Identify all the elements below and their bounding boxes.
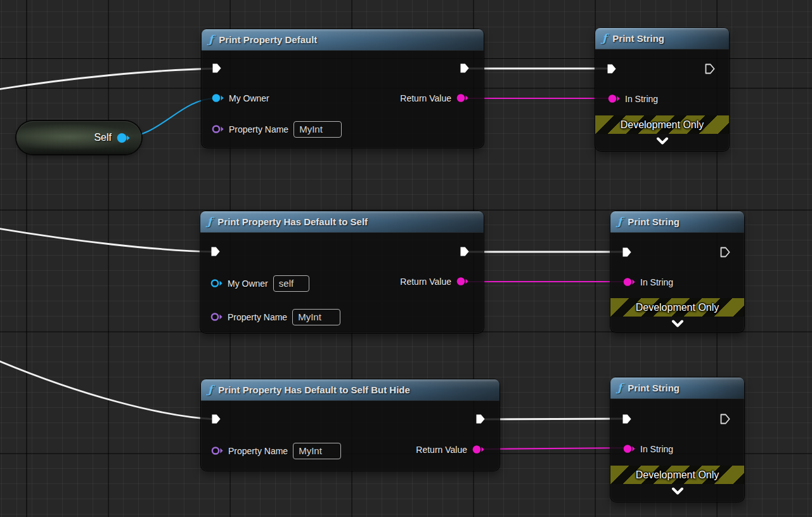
object-out-pin[interactable] bbox=[117, 133, 130, 143]
expand-node-button[interactable] bbox=[671, 320, 685, 328]
chevron-down-icon bbox=[671, 487, 685, 495]
exec-in-pin[interactable] bbox=[622, 414, 632, 424]
exec-pin-icon bbox=[210, 246, 221, 257]
exec-in-pin[interactable] bbox=[212, 63, 222, 74]
node-print-string-middle[interactable]: ƒ Print String In String Development Onl… bbox=[610, 211, 744, 332]
exec-pin-icon bbox=[622, 247, 632, 258]
property-name-input[interactable]: MyInt bbox=[293, 443, 341, 459]
function-icon: ƒ bbox=[602, 33, 607, 44]
expand-node-button[interactable] bbox=[655, 137, 669, 145]
pin-label-property-name: Property Name bbox=[228, 312, 287, 322]
wire-exec-into-print-property-hide[interactable] bbox=[0, 360, 216, 419]
node-header[interactable]: ƒ Print Property Has Default to Self bbox=[200, 211, 484, 233]
node-print-property-default[interactable]: ƒ Print Property Default My Owner Return… bbox=[202, 29, 484, 148]
function-icon: ƒ bbox=[209, 34, 213, 45]
development-only-banner: Development Only bbox=[610, 466, 744, 484]
string-pin-icon bbox=[623, 444, 635, 454]
pin-label-my-owner: My Owner bbox=[228, 278, 268, 289]
exec-out-pin[interactable] bbox=[460, 246, 470, 257]
development-only-banner: Development Only bbox=[595, 115, 729, 134]
node-print-property-has-default[interactable]: ƒ Print Property Has Default to Self My … bbox=[200, 211, 484, 333]
my-owner-input[interactable]: self bbox=[273, 275, 309, 292]
node-title: Print String bbox=[628, 216, 680, 227]
function-icon: ƒ bbox=[207, 216, 212, 227]
node-header[interactable]: ƒ Print String bbox=[595, 28, 729, 49]
exec-out-pin[interactable] bbox=[720, 414, 730, 424]
exec-out-pin[interactable] bbox=[460, 63, 470, 74]
pin-label-property-name: Property Name bbox=[228, 446, 288, 456]
return-value-string-pin[interactable] bbox=[456, 93, 468, 103]
node-print-property-hide[interactable]: ƒ Print Property Has Default to Self But… bbox=[201, 379, 499, 471]
development-only-text: Development Only bbox=[636, 469, 719, 481]
string-pin-icon bbox=[456, 93, 468, 103]
name-pin-icon bbox=[212, 124, 224, 134]
node-title: Print String bbox=[612, 33, 664, 44]
chevron-down-icon bbox=[671, 320, 685, 328]
node-header[interactable]: ƒ Print String bbox=[610, 377, 744, 399]
object-pin-icon bbox=[212, 93, 224, 103]
string-pin-icon bbox=[623, 277, 635, 287]
name-pin-icon bbox=[210, 312, 222, 322]
development-only-text: Development Only bbox=[636, 302, 719, 313]
exec-in-pin[interactable] bbox=[211, 414, 221, 424]
return-value-string-pin[interactable] bbox=[472, 445, 484, 454]
property-name-input[interactable]: MyInt bbox=[292, 309, 340, 325]
pin-label-return-value: Return Value bbox=[400, 277, 451, 287]
wire-exec-hide-to-print-string[interactable] bbox=[480, 419, 627, 419]
development-only-text: Development Only bbox=[621, 119, 704, 131]
my-owner-object-pin[interactable] bbox=[210, 278, 222, 288]
node-title: Print String bbox=[628, 383, 680, 393]
node-print-string-bottom[interactable]: ƒ Print String In String Development Onl… bbox=[610, 377, 744, 502]
string-pin-icon bbox=[608, 94, 620, 103]
exec-in-pin[interactable] bbox=[622, 247, 632, 258]
property-name-name-pin[interactable] bbox=[212, 124, 224, 134]
property-name-name-pin[interactable] bbox=[211, 446, 223, 455]
exec-pin-icon bbox=[460, 246, 470, 257]
exec-pin-icon bbox=[622, 414, 632, 424]
exec-out-pin[interactable] bbox=[475, 414, 486, 424]
node-header[interactable]: ƒ Print Property Has Default to Self But… bbox=[201, 379, 499, 401]
wire-exec-into-print-property-default[interactable] bbox=[0, 69, 217, 89]
in-string-string-pin[interactable] bbox=[623, 277, 635, 287]
exec-out-pin[interactable] bbox=[720, 247, 730, 258]
function-icon: ƒ bbox=[208, 384, 212, 395]
return-value-string-pin[interactable] bbox=[456, 277, 468, 286]
name-pin-icon bbox=[211, 446, 223, 455]
string-pin-icon bbox=[456, 277, 468, 286]
string-pin-icon bbox=[472, 445, 484, 454]
in-string-string-pin[interactable] bbox=[623, 444, 635, 454]
exec-pin-icon bbox=[475, 414, 486, 424]
expand-node-button[interactable] bbox=[671, 487, 685, 495]
exec-pin-icon bbox=[607, 63, 617, 74]
property-name-name-pin[interactable] bbox=[210, 312, 222, 322]
chevron-down-icon bbox=[655, 137, 669, 145]
node-print-string-top[interactable]: ƒ Print String In String Development Onl… bbox=[595, 28, 729, 151]
node-header[interactable]: ƒ Print String bbox=[610, 211, 744, 233]
exec-pin-icon bbox=[212, 63, 222, 74]
self-node-label: Self bbox=[94, 132, 112, 143]
exec-in-pin[interactable] bbox=[210, 246, 221, 257]
exec-out-pin[interactable] bbox=[705, 63, 715, 74]
pin-label-return-value: Return Value bbox=[416, 445, 467, 455]
node-title: Print Property Has Default to Self But H… bbox=[218, 384, 410, 395]
pin-label-my-owner: My Owner bbox=[229, 93, 269, 103]
exec-pin-icon bbox=[211, 414, 221, 424]
exec-pin-icon bbox=[720, 414, 730, 424]
node-title: Print Property Default bbox=[219, 34, 317, 45]
pin-label-return-value: Return Value bbox=[400, 93, 451, 103]
function-icon: ƒ bbox=[617, 216, 622, 227]
wire-exec-into-print-property-has-default[interactable] bbox=[0, 228, 216, 252]
pin-label-in-string: In String bbox=[640, 444, 673, 454]
exec-pin-icon bbox=[460, 63, 470, 74]
my-owner-object-pin[interactable] bbox=[212, 93, 224, 103]
exec-pin-icon bbox=[705, 63, 715, 74]
graph-canvas[interactable]: Self ƒ Print Property Default My Owner R… bbox=[0, 0, 812, 517]
node-self[interactable]: Self bbox=[16, 121, 141, 154]
development-only-banner: Development Only bbox=[610, 298, 744, 317]
object-pin-icon bbox=[210, 278, 222, 288]
in-string-string-pin[interactable] bbox=[608, 94, 620, 103]
exec-in-pin[interactable] bbox=[607, 63, 617, 74]
object-pin-icon bbox=[117, 133, 130, 143]
property-name-input[interactable]: MyInt bbox=[293, 121, 342, 138]
node-header[interactable]: ƒ Print Property Default bbox=[202, 29, 484, 51]
